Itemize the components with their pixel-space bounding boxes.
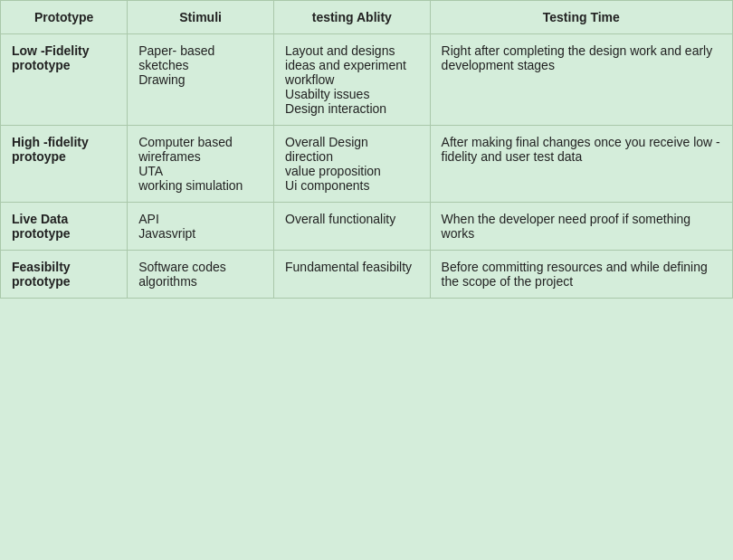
table-row: Feasibilty prototypeSoftware codes algor… [1,251,733,299]
table-row: Live Data prototypeAPI JavasvriptOverall… [1,203,733,251]
row-low-fidelity-testing: Layout and designs ideas and experiment … [274,34,431,126]
header-stimuli: Stimuli [128,1,274,34]
row-live-data-time: When the developer need proof if somethi… [430,203,732,251]
table-row: Low -Fidelity prototypePaper- based sket… [1,34,733,126]
row-high-fidelity-prototype: High -fidelity protoype [1,126,128,203]
header-testing-time: Testing Time [430,1,732,34]
row-high-fidelity-testing: Overall Design direction value propositi… [274,126,431,203]
row-low-fidelity-time: Right after completing the design work a… [430,34,732,126]
row-low-fidelity-prototype: Low -Fidelity prototype [1,34,128,126]
main-table-container: Prototype Stimuli testing Ablity Testing… [0,0,733,299]
prototype-table: Prototype Stimuli testing Ablity Testing… [0,0,733,299]
row-live-data-prototype: Live Data prototype [1,203,128,251]
table-row: High -fidelity protoypeComputer based wi… [1,126,733,203]
header-row: Prototype Stimuli testing Ablity Testing… [1,1,733,34]
row-low-fidelity-stimuli: Paper- based sketches Drawing [128,34,274,126]
row-high-fidelity-time: After making final changes once you rece… [430,126,732,203]
row-feasibility-time: Before committing resources and while de… [430,251,732,299]
header-prototype: Prototype [1,1,128,34]
row-live-data-testing: Overall functionality [274,203,431,251]
row-high-fidelity-stimuli: Computer based wireframes UTA working si… [128,126,274,203]
row-feasibility-stimuli: Software codes algorithms [128,251,274,299]
header-testing-ability: testing Ablity [274,1,431,34]
row-feasibility-prototype: Feasibilty prototype [1,251,128,299]
row-feasibility-testing: Fundamental feasibilty [274,251,431,299]
row-live-data-stimuli: API Javasvript [128,203,274,251]
